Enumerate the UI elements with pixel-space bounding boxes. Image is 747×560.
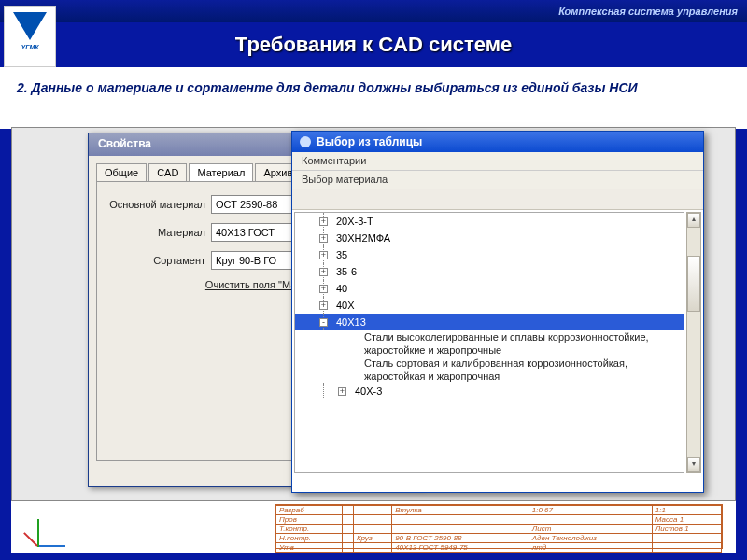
tab-cad[interactable]: CAD (148, 163, 187, 181)
scroll-thumb[interactable] (687, 256, 700, 312)
expand-icon[interactable]: + (338, 387, 346, 396)
expand-icon[interactable]: + (319, 301, 328, 310)
tab-common[interactable]: Общие (96, 163, 147, 181)
header-strip: Комплексная система управления (0, 0, 747, 22)
logo-triangle-icon (13, 12, 47, 40)
subtitle: 2. Данные о материале и сортаменте для д… (0, 69, 747, 129)
tree-item-selected: -40Х13 (295, 314, 684, 330)
picker-menu-comments[interactable]: Комментарии (292, 152, 703, 171)
logo: УГМК (4, 6, 56, 67)
tree-item: +35 (295, 246, 684, 263)
tree-item: +40Х-3 (295, 383, 684, 399)
tree-child[interactable]: Стали высоколегированные и сплавы корроз… (295, 330, 684, 357)
label-sortament: Сортамент (106, 255, 211, 266)
axis-x-icon (37, 545, 65, 547)
picker-titlebar[interactable]: Выбор из таблицы (292, 132, 703, 152)
axis-y-icon (37, 519, 39, 547)
expand-icon[interactable]: + (319, 285, 328, 293)
tb-cell: Пров (276, 515, 343, 525)
expand-icon[interactable]: + (319, 234, 328, 243)
tab-material[interactable]: Материал (189, 163, 253, 181)
tree-item: +40 (295, 280, 684, 297)
picker-title-text: Выбор из таблицы (317, 135, 422, 148)
page-title: Требования к CAD системе (0, 33, 747, 57)
label-material: Материал (106, 227, 211, 238)
title-row: УГМК Требования к CAD системе (0, 22, 747, 67)
tree-item: +40Х (295, 297, 684, 314)
scroll-down-icon[interactable]: ▾ (687, 457, 700, 472)
material-tree[interactable]: +20Х-3-Т +30ХН2МФА +35 +35-6 +40 +40Х -4… (294, 212, 684, 473)
logo-text: УГМК (21, 44, 38, 50)
expand-icon[interactable]: + (319, 217, 328, 226)
axis-gizmo (37, 510, 75, 547)
scrollbar[interactable]: ▴ ▾ (686, 212, 701, 473)
title-block: РазрабВтулка1:0,671:1 ПровМасса 1 Т.конт… (275, 504, 723, 549)
tree-item: +20Х-3-Т (295, 213, 684, 230)
expand-icon[interactable]: + (319, 268, 328, 276)
tb-cell: Разраб (276, 506, 343, 515)
picker-dialog: Выбор из таблицы Комментарии Выбор матер… (291, 131, 704, 493)
tree-item: +30ХН2МФА (295, 230, 684, 246)
system-label: Комплексная система управления (558, 6, 738, 17)
tb-cell: Т.контр. (276, 525, 343, 534)
gear-icon (300, 136, 311, 147)
expand-icon[interactable]: + (319, 251, 328, 259)
picker-menu-select-material[interactable]: Выбор материала (292, 171, 703, 189)
axis-z-icon (23, 532, 38, 547)
picker-toolbar (292, 189, 703, 210)
label-main-material: Основной материал (106, 199, 211, 210)
tree-child[interactable]: Сталь сортовая и калиброванная коррозион… (295, 357, 684, 383)
scroll-track[interactable] (687, 228, 700, 457)
tree-item: +35-6 (295, 263, 684, 280)
tb-cell: Утв (276, 543, 343, 553)
cad-drawing-strip: РазрабВтулка1:0,671:1 ПровМасса 1 Т.конт… (11, 500, 736, 553)
scroll-up-icon[interactable]: ▴ (687, 213, 700, 228)
tree-container: +20Х-3-Т +30ХН2МФА +35 +35-6 +40 +40Х -4… (292, 210, 703, 475)
collapse-icon[interactable]: - (319, 318, 328, 327)
tb-cell: Н.контр. (276, 534, 343, 543)
